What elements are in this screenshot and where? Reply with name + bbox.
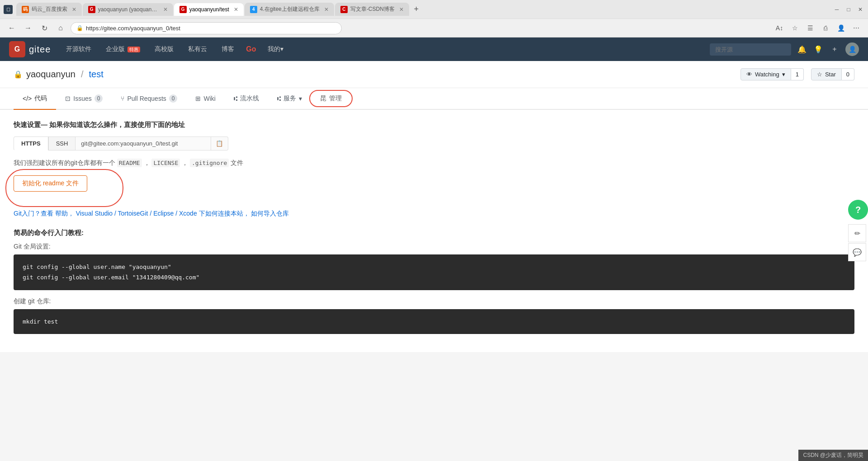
repo-tabs: </> 代码 ⊡ Issues 0 ⑂ Pull Requests 0 ⊞ Wi… [0, 88, 868, 110]
search-input[interactable] [710, 43, 791, 56]
gitee-navbar: G gitee 开源软件 企业版 特惠 高校版 私有云 博客 Go 我的▾ 🔔 … [0, 38, 868, 61]
tab-close-5[interactable]: ✕ [399, 6, 404, 13]
pipeline-tab-icon: ⑆ [234, 95, 237, 102]
tab-code[interactable]: </> 代码 [14, 88, 56, 110]
share-button[interactable]: ⎙ [819, 22, 832, 34]
plus-icon[interactable]: + [829, 44, 840, 55]
bulb-icon[interactable]: 💡 [813, 44, 824, 55]
tab-label-1: 码云_百度搜索 [32, 5, 67, 13]
tab-close-3[interactable]: ✕ [234, 6, 238, 13]
https-button[interactable]: HTTPS [14, 136, 48, 151]
close-button[interactable]: ✕ [856, 5, 864, 14]
avatar[interactable]: 👤 [845, 42, 859, 56]
nav-enterprise[interactable]: 企业版 特惠 [99, 42, 146, 56]
minimize-button[interactable]: ─ [833, 5, 841, 14]
browser-tab-4[interactable]: 4 4.在gitee上创建远程仓库 ✕ [245, 3, 334, 16]
xcode-link[interactable]: Xcode [179, 210, 197, 217]
nav-college[interactable]: 高校版 [148, 42, 180, 56]
favorites-button[interactable]: ☆ [788, 22, 801, 34]
url-bar[interactable]: 🔒 https://gitee.com/yaoquanyun_0/test [71, 22, 342, 34]
repo-slash: / [81, 69, 84, 80]
quick-setup: 快速设置— 如果你知道该怎么操作，直接使用下面的地址 HTTPS SSH 📋 我… [14, 121, 854, 218]
ssh-button[interactable]: SSH [48, 136, 76, 151]
repo-owner[interactable]: yaoquanyun [26, 69, 75, 80]
browser-title-bar: ◻ 码 码云_百度搜索 ✕ G yaoquanyun (yaoquanyun..… [0, 0, 868, 19]
code-line-1: git config --global user.name "yaoquanyu… [23, 262, 845, 272]
gitee-logo-text: gitee [29, 44, 51, 55]
tab-favicon-5: C [340, 6, 348, 13]
manage-tab-wrapper: 昆 管理 [311, 88, 351, 109]
browser-tab-3[interactable]: G yaoquanyun/test ✕ [174, 3, 244, 16]
pr-tab-icon: ⑂ [121, 95, 124, 102]
tortoisegit-link[interactable]: TortoiseGit [118, 210, 148, 217]
repo-url-input[interactable] [75, 136, 211, 151]
nav-mine[interactable]: 我的▾ [261, 42, 290, 56]
browser-tab-1[interactable]: 码 码云_百度搜索 ✕ [16, 3, 82, 16]
code-tab-label: 代码 [34, 94, 47, 103]
star-icon: ☆ [817, 71, 822, 78]
tab-wiki[interactable]: ⊞ Wiki [186, 88, 224, 110]
gitee-logo-icon: G [9, 41, 25, 57]
services-tab-label: 服务 [283, 94, 296, 103]
chat-float-button[interactable]: 💬 [848, 243, 866, 261]
copy-url-button[interactable]: 📋 [211, 136, 228, 151]
code-mkdir: mkdir test [23, 316, 845, 327]
maximize-button[interactable]: □ [844, 5, 853, 14]
nav-private[interactable]: 私有云 [182, 42, 213, 56]
tab-favicon-3: G [179, 6, 187, 13]
forward-button[interactable]: → [22, 22, 34, 34]
browser-tab-2[interactable]: G yaoquanyun (yaoquanyun... ✕ [83, 3, 173, 16]
tab-close-2[interactable]: ✕ [163, 6, 168, 13]
git-help-text: Git入门？查看 帮助， Visual Studio / TortoiseGit… [14, 210, 854, 218]
back-button[interactable]: ← [5, 22, 18, 34]
settings-button[interactable]: ⋯ [850, 22, 863, 34]
tab-issues[interactable]: ⊡ Issues 0 [56, 88, 112, 110]
gitignore-code: .gitignore [190, 159, 229, 167]
repo-header-right: 👁 Watching ▾ 1 ☆ Star 0 [741, 68, 854, 80]
refresh-button[interactable]: ↻ [38, 22, 51, 34]
issues-badge: 0 [94, 94, 103, 103]
nav-go[interactable]: Go [242, 42, 259, 56]
nav-opensource[interactable]: 开源软件 [60, 42, 98, 56]
watch-button[interactable]: 👁 Watching ▾ [741, 68, 791, 80]
copy-icon: 📋 [216, 140, 223, 147]
eclipse-link[interactable]: Eclipse [153, 210, 174, 217]
tab-favicon-4: 4 [250, 6, 257, 13]
gitee-logo[interactable]: G gitee [9, 41, 51, 57]
address-bar: ← → ↻ ⌂ 🔒 https://gitee.com/yaoquanyun_0… [0, 19, 868, 37]
translate-button[interactable]: A↕ [773, 22, 786, 34]
tab-services[interactable]: ⑆ 服务 ▾ [268, 88, 311, 110]
import-repo-link[interactable]: 如何导入仓库 [251, 210, 289, 217]
manage-tab-icon: 昆 [320, 94, 326, 103]
visual-studio-link[interactable]: Visual Studio [76, 210, 113, 217]
services-dropdown-icon: ▾ [299, 95, 302, 102]
tab-label-3: yaoquanyun/test [189, 6, 229, 13]
dropdown-icon: ▾ [782, 71, 785, 78]
edit-float-button[interactable]: ✏ [848, 224, 866, 242]
tab-pull-requests[interactable]: ⑂ Pull Requests 0 [112, 88, 186, 110]
repo-title: 🔒 yaoquanyun / test [14, 69, 104, 80]
browser-tab-5[interactable]: C 写文章-CSDN博客 ✕ [335, 3, 409, 16]
readme-code: README [117, 159, 142, 167]
tab-close-1[interactable]: ✕ [72, 6, 76, 13]
browser-chrome: ◻ 码 码云_百度搜索 ✕ G yaoquanyun (yaoquanyun..… [0, 0, 868, 38]
star-label: Star [825, 71, 836, 78]
tab-manage[interactable]: 昆 管理 [311, 88, 351, 110]
new-tab-button[interactable]: + [410, 3, 423, 16]
tab-close-4[interactable]: ✕ [324, 6, 329, 13]
profile-button[interactable]: 👤 [835, 22, 847, 34]
issues-tab-label: Issues [73, 95, 91, 102]
home-button[interactable]: ⌂ [54, 22, 67, 34]
code-line-2: git config --global user.email "13412804… [23, 272, 845, 282]
repo-name[interactable]: test [89, 69, 104, 80]
bell-icon[interactable]: 🔔 [797, 44, 807, 55]
repo-header: 🔒 yaoquanyun / test 👁 Watching ▾ 1 ☆ Sta… [0, 61, 868, 88]
nav-blog[interactable]: 博客 [215, 42, 241, 56]
help-float-button[interactable]: ? [848, 200, 868, 220]
tab-label-4: 4.在gitee上创建远程仓库 [260, 5, 320, 13]
repo-lock-icon: 🔒 [14, 70, 23, 79]
star-button[interactable]: ☆ Star [811, 68, 842, 80]
init-readme-button[interactable]: 初始化 readme 文件 [14, 175, 87, 192]
tab-pipeline[interactable]: ⑆ 流水线 [225, 88, 268, 110]
collections-button[interactable]: ☰ [804, 22, 816, 34]
